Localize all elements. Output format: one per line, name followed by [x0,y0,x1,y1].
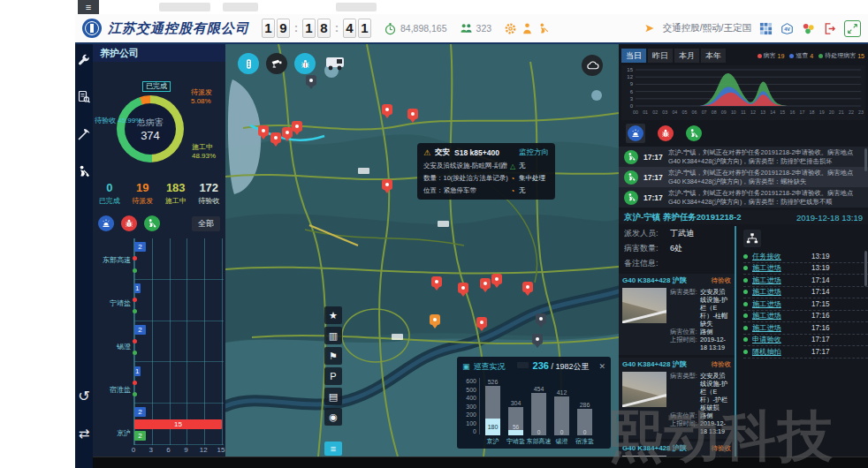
worker-icon[interactable] [537,22,551,35]
patrol-truck-icon[interactable] [324,55,351,72]
weather-cloud-button[interactable] [582,55,603,76]
4v-badge-icon[interactable]: 4V [780,22,794,35]
grid-apps-icon[interactable] [759,22,773,35]
defect-card[interactable]: G40 K384+428 沪陕 待验收 病害类型:交安及沿线设施-护栏（E杆）-… [619,442,735,457]
cctv-layer-button[interactable] [266,53,287,74]
map-tool-button[interactable]: ▥ [324,327,342,344]
zero-dot [133,339,137,343]
timeline-dot [743,254,748,259]
event-row[interactable]: 17:17 京沪-宁镇，刘斌正在对养护任务20191218-2申请验收。病害地点… [619,187,868,208]
event-time: 17:17 [643,173,663,182]
timeline-link[interactable]: 施工进场 [752,287,807,297]
event-row[interactable]: 17:17 京沪-宁镇，刘斌正在对养护任务20191218-2申请验收。病害地点… [619,167,868,187]
timeline-link[interactable]: 施工进场 [752,323,807,333]
map-marker-dark[interactable] [532,334,543,344]
task-title[interactable]: 京沪-宁镇 养护任务20191218-2 [624,212,742,223]
map-marker-red[interactable] [292,121,302,132]
map-marker-dark[interactable] [536,313,546,324]
worker-filter-button[interactable] [144,215,160,231]
fullscreen-toggle-button[interactable] [844,20,861,37]
logout-icon[interactable] [823,22,836,35]
map-tool-button[interactable]: ⚑ [324,347,342,365]
map-marker-red[interactable] [480,278,491,289]
map-tool-button[interactable]: ▤ [324,388,342,405]
event-list: 17:17 京沪-宁镇，刘斌正在对养护任务20191218-2申请验收。病害地点… [619,147,868,208]
timeline-link[interactable]: 施工进场 [752,311,807,321]
status-icon: ◔ [508,175,517,183]
map-marker-red[interactable] [382,179,392,190]
timeline-link[interactable]: 施工进场 [752,276,807,285]
svg-text:01: 01 [643,109,648,115]
all-filter-button[interactable]: 全部 [192,216,220,231]
defect-photo[interactable] [622,288,666,323]
gear-icon[interactable] [504,22,517,35]
svg-text:16: 16 [789,109,795,115]
rail-construction-icon[interactable] [77,127,91,141]
undo-icon[interactable]: ↺ [75,389,93,404]
panel-title[interactable]: 养护公司 [93,44,225,62]
timeline-link[interactable]: 任务接收 [752,252,807,261]
time-range-tab[interactable]: 昨日 [648,49,673,63]
worker-tab[interactable] [686,125,702,141]
swap-panels-icon[interactable]: ⇄ [75,426,93,442]
alarm-tab-selected[interactable] [626,124,645,143]
defect-card[interactable]: G40 K384+428 沪陕 待验收 病害类型:交安及沿线设施-护栏（E杆）-… [619,274,735,355]
callout-done: 已完成 [142,81,171,92]
timeline-link[interactable]: 施工进场 [752,263,807,273]
map-tool-button[interactable]: P [324,367,342,385]
rail-worker-icon[interactable] [77,164,91,178]
scrollbar-thumb[interactable] [864,251,867,286]
person-icon[interactable] [521,22,534,35]
timeline-link[interactable]: 随机抽拍 [752,347,807,357]
task-section-header: 京沪-宁镇 养护任务20191218-2 2019-12-18 13:19 [619,210,868,224]
menu-hamburger-button[interactable]: ≡ [78,0,99,14]
tooltip-direction[interactable]: 监控方向 [519,147,549,158]
map-marker-red[interactable] [431,276,442,287]
defect-card[interactable]: G40 K384+428 沪陕 待验收 病害类型:交安及沿线设施-护栏（E杆）-… [619,358,735,439]
legend-label: 待处理病害 [825,51,856,60]
map-marker-red[interactable] [491,274,502,284]
province-map[interactable]: ★▥⚑P▤◉ ≡ ⚠ 交安 S18 k85+400 监控方向 交安及沿线设施-防… [225,44,619,457]
close-icon[interactable]: ✕ [598,362,605,371]
defect-filter-button[interactable] [121,215,137,231]
map-marker-red[interactable] [258,125,269,136]
map-marker-red[interactable] [407,109,418,119]
event-row[interactable]: 17:17 京沪-宁镇，刘斌正在对养护任务20191218-2申请验收。病害地点… [619,147,868,167]
map-tool-button[interactable]: ◉ [324,408,342,426]
user-path[interactable]: 交通控股/熙动/王定国 [663,22,751,34]
time-range-tab[interactable]: 本月 [674,49,699,63]
report-time: 2019-12-18 13:19 [700,336,731,351]
defect-tab[interactable] [658,125,674,141]
timeline-link[interactable]: 施工进场 [752,299,807,309]
chart-legend: 病害 19 巡查 4 待处理病害 15 [758,51,865,60]
map-marker-red[interactable] [270,132,281,143]
bar-chart-categories: 东部高速宁靖盐锡澄宿淮盐京沪 [93,238,133,455]
task-info-row: 备注信息: [619,256,735,271]
stat-label: 施工中 [159,196,193,206]
alarm-filter-button[interactable] [98,215,114,231]
map-marker-orange[interactable] [430,314,440,325]
map-marker-red[interactable] [382,104,392,115]
map-marker-red[interactable] [522,282,533,292]
map-menu-button[interactable]: ≡ [324,442,342,456]
scrollbar-thumb[interactable] [864,148,867,171]
traffic-dots-icon[interactable] [802,22,815,35]
map-tool-button[interactable]: ★ [324,306,342,324]
map-marker-red[interactable] [458,283,468,293]
time-range-tab[interactable]: 当日 [621,49,646,63]
defect-photo[interactable] [622,372,666,407]
map-marker-red[interactable] [476,317,487,328]
clock-digit: 1 [262,19,275,38]
event-text: 京沪-宁镇，刘斌正在对养护任务20191218-2申请验收。病害地点G40 K3… [668,148,863,165]
rail-inspection-icon[interactable] [77,90,91,104]
timeline-link[interactable]: 申请验收 [752,335,807,344]
zero-dot [133,298,137,302]
time-range-tab[interactable]: 本年 [701,49,726,63]
sitemap-icon[interactable] [743,230,761,247]
defect-layer-button[interactable] [294,53,316,74]
worker-event-icon [624,191,638,205]
traffic-light-layer-button[interactable] [238,53,259,74]
field-label: 病害类型: [670,372,700,411]
rail-maintenance-icon[interactable] [77,53,91,67]
map-marker-dark[interactable] [306,75,316,86]
